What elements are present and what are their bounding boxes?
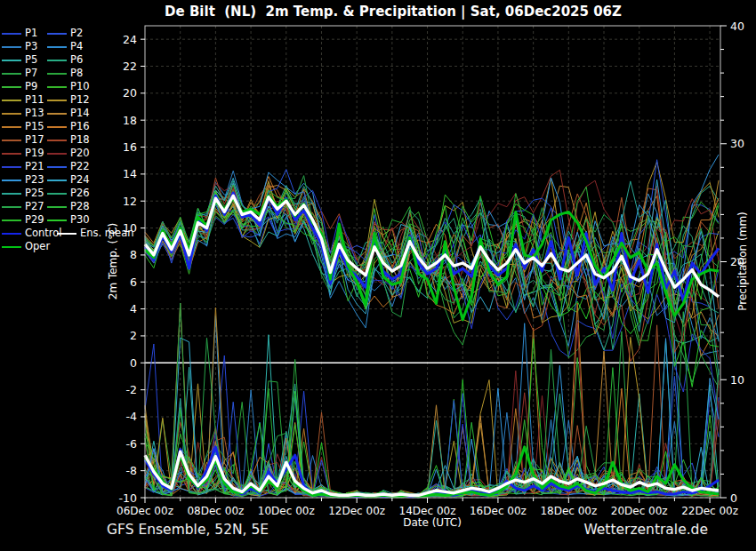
meteogram-screen: De Bilt (NL) 2m Temp. & Precipitation | …	[0, 0, 756, 551]
legend-swatch-p25	[2, 193, 21, 195]
legend-label-p25: P25	[25, 187, 44, 200]
legend-label-p23: P23	[25, 173, 44, 187]
legend-label-p19: P19	[25, 147, 44, 160]
legend-row: P23P24	[2, 173, 117, 187]
legend-swatch-p20	[47, 153, 67, 155]
legend-swatch-p27	[2, 206, 21, 208]
legend-swatch-p29	[2, 220, 21, 221]
legend-label-p26: P26	[70, 187, 90, 200]
left-axis-tick-label: 0	[130, 356, 137, 370]
legend-label-p13: P13	[25, 107, 44, 120]
legend-row: P5P6	[2, 53, 117, 67]
footer-model-info: GFS Ensemble, 52N, 5E	[107, 522, 269, 538]
legend-label-p18: P18	[70, 133, 90, 147]
legend-label-p27: P27	[25, 200, 44, 213]
x-axis-tick-label: 14Dec 00z	[399, 505, 456, 517]
x-axis-tick-label: 22Dec 00z	[681, 505, 738, 517]
legend-swatch-p26	[47, 193, 67, 195]
legend-label-p11: P11	[25, 93, 44, 107]
x-axis-tick-label: 18Dec 00z	[540, 505, 597, 517]
legend-swatch-p7	[2, 73, 21, 75]
legend: P1P2P3P4P5P6P7P8P9P10P11P12P13P14P15P16P…	[2, 27, 117, 253]
legend-item-p3: P3	[2, 40, 47, 53]
chart-title: De Bilt (NL) 2m Temp. & Precipitation | …	[165, 4, 622, 20]
legend-label-p30: P30	[70, 213, 90, 227]
left-axis-tick-label: 18	[123, 114, 137, 127]
legend-item-p21: P21	[2, 160, 47, 173]
x-axis-label: Date (UTC)	[403, 516, 462, 529]
legend-row: P27P28	[2, 200, 117, 213]
left-axis-tick-label: 22	[123, 60, 137, 73]
legend-swatch-p9	[2, 86, 21, 88]
legend-item-p13: P13	[2, 107, 47, 120]
legend-item-p10: P10	[47, 80, 92, 93]
footer-branding: Wetterzentrale.de	[583, 522, 708, 538]
legend-label-p15: P15	[25, 120, 44, 133]
legend-swatch-p23	[2, 180, 21, 181]
legend-label-p16: P16	[70, 120, 90, 133]
x-axis-tick-label: 10Dec 00z	[258, 505, 315, 517]
legend-item-p9: P9	[2, 80, 47, 93]
right-axis-tick-label: 30	[730, 137, 744, 150]
legend-row: P7P8	[2, 67, 117, 80]
legend-swatch-p3	[2, 46, 21, 48]
legend-label-p28: P28	[70, 200, 90, 213]
legend-swatch-p14	[47, 113, 67, 115]
legend-swatch-p17	[2, 140, 21, 141]
left-axis-tick-label: -2	[126, 383, 137, 396]
legend-label-p2: P2	[70, 27, 83, 40]
legend-item-p8: P8	[47, 67, 92, 80]
legend-item-p29: P29	[2, 213, 47, 227]
legend-swatch-p8	[47, 73, 67, 75]
left-axis-tick-label: -8	[126, 464, 138, 477]
legend-swatch-p11	[2, 100, 21, 101]
left-axis-tick-label: 20	[123, 86, 137, 100]
left-axis-tick-label: 16	[123, 140, 137, 154]
legend-label-p21: P21	[25, 160, 44, 173]
legend-row: P11P12	[2, 93, 117, 107]
legend-row: P13P14	[2, 107, 117, 120]
legend-item-p6: P6	[47, 53, 92, 67]
left-axis-tick-label: 2	[130, 329, 137, 342]
legend-item-p1: P1	[2, 27, 47, 40]
left-axis-tick-label: -4	[126, 410, 138, 423]
right-axis-tick-label: 40	[730, 20, 744, 33]
legend-row: P3P4	[2, 40, 117, 53]
legend-row: ControlEns. mean	[2, 227, 117, 240]
legend-item-p2: P2	[47, 27, 92, 40]
right-axis-tick-label: 10	[730, 373, 744, 387]
legend-label-p6: P6	[70, 53, 83, 67]
legend-label-p3: P3	[25, 40, 37, 53]
legend-swatch-p1	[2, 33, 21, 35]
legend-item-p12: P12	[47, 93, 92, 107]
left-axis-tick-label: 24	[123, 33, 137, 46]
legend-label-p20: P20	[70, 147, 90, 160]
legend-swatch-ens-mean	[57, 233, 76, 235]
legend-item-p28: P28	[47, 200, 92, 213]
legend-item-p15: P15	[2, 120, 47, 133]
legend-item-oper: Oper	[2, 240, 47, 253]
legend-item-control: Control	[2, 227, 57, 240]
legend-item-ens-mean: Ens. mean	[57, 227, 112, 240]
legend-label-p24: P24	[70, 173, 90, 187]
legend-swatch-p5	[2, 60, 21, 61]
legend-item-p23: P23	[2, 173, 47, 187]
legend-swatch-p13	[2, 113, 21, 115]
legend-label-p4: P4	[70, 40, 83, 53]
legend-label-ens-mean: Ens. mean	[80, 227, 133, 240]
legend-row: P29P30	[2, 213, 117, 227]
legend-label-p17: P17	[25, 133, 44, 147]
legend-label-p8: P8	[70, 67, 83, 80]
legend-swatch-p21	[2, 166, 21, 168]
legend-swatch-p12	[47, 100, 67, 101]
legend-label-p14: P14	[70, 107, 90, 120]
legend-label-oper: Oper	[25, 240, 50, 253]
legend-swatch-p16	[47, 126, 67, 128]
legend-row: P15P16	[2, 120, 117, 133]
legend-row: P17P18	[2, 133, 117, 147]
legend-item-p19: P19	[2, 147, 47, 160]
right-axis-tick-label: 20	[730, 255, 744, 268]
temp-member-line-p23	[145, 155, 719, 323]
legend-item-p22: P22	[47, 160, 92, 173]
legend-label-p9: P9	[25, 80, 37, 93]
